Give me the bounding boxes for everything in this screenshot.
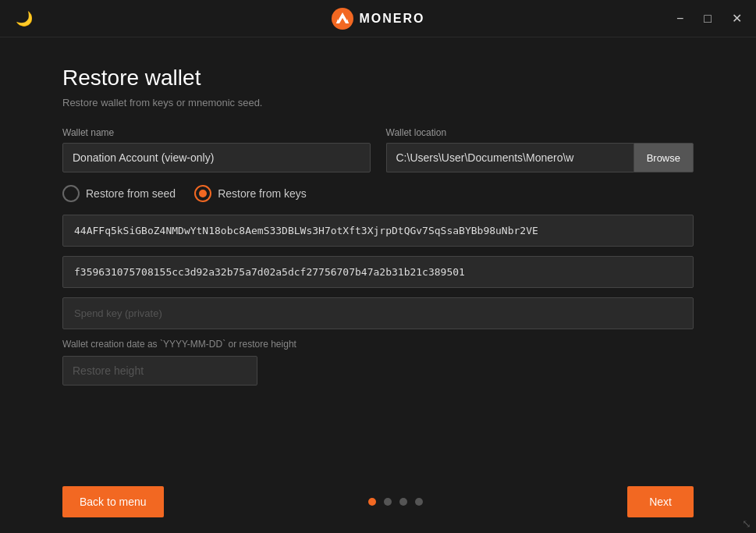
titlebar: 🌙 MONERO − □ ✕ [0, 0, 756, 37]
back-to-menu-button[interactable]: Back to menu [62, 486, 164, 517]
wallet-location-group: Wallet location Browse [386, 127, 694, 172]
wallet-name-label: Wallet name [62, 127, 371, 138]
resize-handle-icon: ⤡ [742, 517, 751, 530]
wallet-name-input[interactable] [62, 143, 371, 172]
restore-from-seed-radio[interactable] [62, 185, 80, 202]
date-label: Wallet creation date as `YYYY-MM-DD` or … [62, 339, 694, 350]
browse-button[interactable]: Browse [634, 143, 694, 172]
moon-icon: 🌙 [16, 10, 33, 27]
titlebar-logo: MONERO [332, 8, 425, 30]
restore-height-input[interactable] [62, 356, 257, 386]
main-content: Restore wallet Restore wallet from keys … [0, 37, 756, 533]
minimize-button[interactable]: − [672, 11, 688, 27]
wallet-info-row: Wallet name Wallet location Browse [62, 127, 694, 172]
location-input-group: Browse [386, 143, 694, 172]
public-key-input[interactable] [62, 215, 694, 247]
view-key-input[interactable] [62, 256, 694, 288]
restore-from-keys-label: Restore from keys [218, 187, 307, 200]
page-dots [368, 498, 423, 506]
wallet-name-group: Wallet name [62, 127, 371, 172]
maximize-button[interactable]: □ [699, 11, 716, 27]
next-button[interactable]: Next [627, 486, 694, 517]
close-button[interactable]: ✕ [727, 11, 747, 27]
dot-2 [384, 498, 392, 506]
wallet-location-label: Wallet location [386, 127, 694, 138]
monero-logo-icon [332, 8, 353, 30]
restore-from-seed-label: Restore from seed [86, 187, 176, 200]
app-title: MONERO [360, 12, 425, 26]
dot-3 [399, 498, 407, 506]
dot-4 [415, 498, 423, 506]
restore-method-group: Restore from seed Restore from keys [62, 185, 694, 202]
window-controls: − □ ✕ [672, 11, 747, 27]
page-title: Restore wallet [62, 66, 694, 91]
svg-point-0 [332, 8, 353, 30]
restore-from-keys-radio[interactable] [194, 185, 211, 202]
spend-key-input[interactable] [62, 297, 694, 329]
wallet-location-input[interactable] [386, 143, 634, 172]
bottom-bar: Back to menu Next [62, 474, 694, 517]
page-subtitle: Restore wallet from keys or mnemonic see… [62, 97, 694, 108]
dot-1 [368, 498, 376, 506]
restore-from-keys-option[interactable]: Restore from keys [194, 185, 307, 202]
restore-from-seed-option[interactable]: Restore from seed [62, 185, 176, 202]
